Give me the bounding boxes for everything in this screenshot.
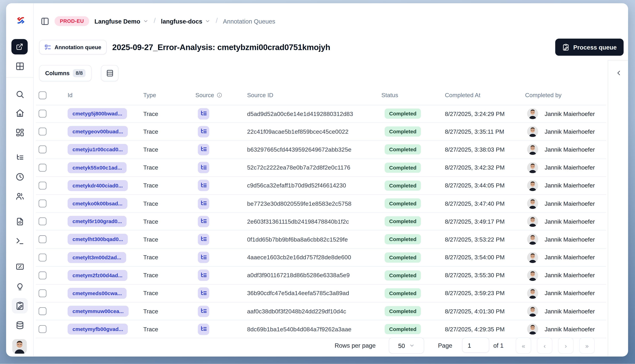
open-external-button[interactable] (12, 39, 28, 54)
file-code-icon[interactable] (15, 217, 24, 226)
source-trace-button[interactable] (198, 162, 209, 173)
item-id-chip[interactable]: cmetymyfb00gvad... (68, 324, 128, 335)
search-icon[interactable] (15, 90, 24, 99)
item-id-chip[interactable]: cmetyl5r100grad0... (68, 216, 127, 227)
item-id-chip[interactable]: cmetymeds00cwa... (68, 288, 127, 299)
user-avatar[interactable] (12, 339, 27, 354)
col-header-id[interactable]: Id (68, 86, 73, 105)
source-trace-button[interactable] (198, 198, 209, 209)
source-id: 36b90cdfc47e5da14eefa5785c3a89ad (247, 290, 349, 296)
row-checkbox[interactable] (39, 146, 47, 154)
row-checkbox[interactable] (39, 200, 47, 207)
annotation-clipboard-icon (15, 301, 24, 310)
queue-type-badge[interactable]: Annotation queue (39, 40, 107, 54)
completed-at: 8/27/2025, 3:35:11 PM (445, 128, 504, 135)
completed-by-avatar (527, 126, 538, 137)
table-row[interactable]: cmetyk55x00c1ad... Trace 52c72c2222ea78e… (36, 159, 606, 177)
page-number-input[interactable]: 1 (462, 338, 489, 353)
home-icon[interactable] (15, 108, 24, 118)
item-id-chip[interactable]: cmetymmuw00cea... (68, 306, 129, 317)
table-row[interactable]: cmetyl5r100grad0... Trace 2e603f31361115… (36, 213, 606, 231)
source-trace-button[interactable] (198, 306, 209, 317)
rows-per-page-select[interactable]: 50 (389, 338, 424, 354)
item-type: Trace (143, 200, 158, 207)
row-checkbox[interactable] (39, 128, 47, 136)
row-checkbox[interactable] (39, 254, 47, 261)
columns-button[interactable]: Columns 8/8 (39, 65, 92, 81)
prev-page-button[interactable]: ‹ (537, 338, 552, 354)
source-trace-button[interactable] (198, 324, 209, 335)
source-trace-button[interactable] (198, 126, 209, 138)
table-row[interactable]: cmetylht300bqad0... Trace 0f1dd65b7bb9bf… (36, 231, 606, 248)
item-id-chip[interactable]: cmetykdr400ciad0... (68, 180, 128, 191)
database-icon[interactable] (15, 321, 24, 330)
col-header-completed-at[interactable]: Completed At (445, 86, 480, 105)
row-height-button[interactable] (101, 65, 119, 81)
table-row[interactable]: cmetymeds00cwa... Trace 36b90cdfc47e5da1… (36, 284, 606, 302)
row-checkbox[interactable] (39, 218, 47, 226)
row-checkbox[interactable] (39, 110, 47, 118)
col-header-source[interactable]: Source (195, 86, 222, 105)
panel-collapse-button[interactable] (613, 68, 624, 78)
row-checkbox[interactable] (39, 290, 47, 297)
annotation-queues-nav-active[interactable] (12, 298, 28, 314)
source-trace-button[interactable] (198, 288, 209, 299)
item-id-chip[interactable]: cmetylt3m00d2ad... (68, 252, 126, 263)
table-row[interactable]: cmetymmuw00cea... Trace aaf0c38db0f3f204… (36, 302, 606, 320)
item-id-chip[interactable]: cmetyg5j800bwad... (68, 108, 127, 119)
users-icon[interactable] (15, 192, 24, 201)
table-row[interactable]: cmetymyfb00gvad... Trace 8dc69b1ba1e540b… (36, 320, 606, 338)
table-row[interactable]: cmetylt3m00d2ad... Trace 4aaece1603cb2e1… (36, 248, 606, 266)
row-checkbox[interactable] (39, 182, 47, 190)
row-checkbox[interactable] (39, 164, 47, 172)
next-page-button[interactable]: › (558, 338, 574, 354)
last-page-button[interactable]: » (579, 338, 595, 354)
col-header-type[interactable]: Type (143, 86, 156, 105)
source-trace-button[interactable] (198, 270, 209, 281)
sidebar-toggle-icon[interactable] (41, 17, 49, 26)
lightbulb-icon[interactable] (15, 282, 24, 292)
row-checkbox[interactable] (39, 308, 47, 315)
source-trace-button[interactable] (198, 108, 209, 120)
trace-tree-icon (200, 164, 207, 172)
item-id-chip[interactable]: cmetyk55x00c1ad... (68, 162, 127, 173)
source-trace-button[interactable] (198, 216, 209, 227)
row-checkbox[interactable] (39, 236, 47, 243)
item-id-chip[interactable]: cmetylht300bqad0... (68, 234, 128, 245)
row-checkbox[interactable] (39, 325, 47, 333)
org-switcher[interactable]: Langfuse Demo (94, 18, 148, 24)
item-id-chip[interactable]: cmetym2fz00d4ad... (68, 270, 127, 281)
table-row[interactable]: cmetyg5j800bwad... Trace d5ad9d52a00c6e1… (36, 105, 606, 123)
scores-card-icon[interactable] (15, 262, 24, 271)
process-queue-button[interactable]: Process queue (555, 39, 623, 56)
project-switcher[interactable]: langfuse-docs (161, 18, 210, 24)
table-row[interactable]: cmetyko0k00bsad... Trace be7723e30d80205… (36, 195, 606, 212)
terminal-icon[interactable] (15, 237, 24, 246)
source-trace-button[interactable] (198, 252, 209, 263)
page-title-row: Annotation queue 2025-09-27_Error-Analys… (39, 40, 330, 54)
trace-tree-icon[interactable] (15, 153, 24, 162)
select-all-checkbox[interactable] (39, 91, 47, 99)
completed-at: 8/27/2025, 3:38:03 PM (445, 146, 505, 153)
dashboard-blocks-icon[interactable] (15, 128, 24, 137)
table-row[interactable]: cmetym2fz00d4ad... Trace a0df3f901167218… (36, 266, 606, 284)
langfuse-logo-icon[interactable] (16, 16, 25, 25)
item-id-chip[interactable]: cmetygeov00buad... (68, 126, 128, 137)
table-grid-icon[interactable] (15, 62, 24, 71)
row-checkbox[interactable] (39, 272, 47, 279)
source-trace-button[interactable] (198, 180, 209, 191)
table-row[interactable]: cmetykdr400ciad0... Trace c9d56ca32efaff… (36, 177, 606, 195)
col-header-status[interactable]: Status (381, 86, 398, 105)
status-badge: Completed (385, 144, 421, 155)
item-id-chip[interactable]: cmetyko0k00bsad... (68, 198, 127, 209)
table-row[interactable]: cmetyju1r00ccad0... Trace b63297665cfd44… (36, 141, 606, 159)
col-header-completed-by[interactable]: Completed by (525, 86, 561, 105)
source-trace-button[interactable] (198, 234, 209, 245)
item-id-chip[interactable]: cmetyju1r00ccad0... (68, 144, 128, 155)
first-page-button[interactable]: « (516, 338, 531, 354)
clock-icon[interactable] (15, 172, 24, 181)
col-header-source-id[interactable]: Source ID (247, 86, 273, 105)
breadcrumb-current[interactable]: Annotation Queues (223, 18, 275, 24)
source-trace-button[interactable] (198, 144, 209, 155)
table-row[interactable]: cmetygeov00buad... Trace 22c41f09acae5b1… (36, 123, 606, 141)
